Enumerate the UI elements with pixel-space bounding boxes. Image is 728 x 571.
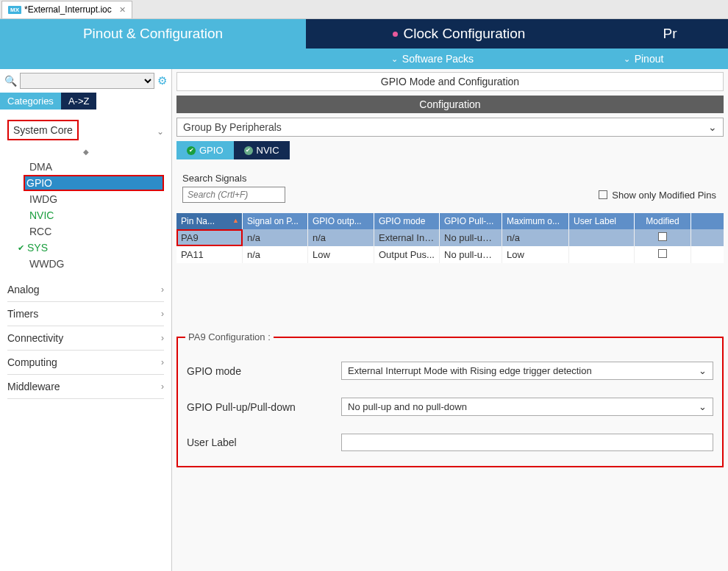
tab-az[interactable]: A->Z xyxy=(61,93,97,109)
sidebar-item-nvic[interactable]: NVIC xyxy=(26,207,164,223)
panel-title: GPIO Mode and Configuration xyxy=(176,72,724,91)
pull-label: GPIO Pull-up/Pull-down xyxy=(187,401,341,413)
checkbox-icon xyxy=(658,232,667,241)
cell-max: n/a xyxy=(502,229,569,246)
select-value: External Interrupt Mode with Rising edge… xyxy=(348,365,592,376)
category-timers[interactable]: Timers › xyxy=(7,302,164,326)
show-modified-checkbox[interactable]: Show only Modified Pins xyxy=(599,190,716,201)
sidebar-item-rcc[interactable]: RCC xyxy=(26,223,164,240)
th-output[interactable]: GPIO outp... xyxy=(308,213,374,229)
cell-pull: No pull-up ... xyxy=(440,229,502,246)
table-header: Pin Na... ▲ Signal on P... GPIO outp... … xyxy=(176,213,724,229)
table-row[interactable]: PA9 n/a n/a External Int... No pull-up .… xyxy=(176,229,724,246)
config-bar: Configuration xyxy=(176,96,724,113)
category-label: Computing xyxy=(7,356,57,368)
gpio-mode-select[interactable]: External Interrupt Mode with Rising edge… xyxy=(341,362,713,380)
cell-max: Low xyxy=(502,246,569,263)
subnav-label: Software Packs xyxy=(402,53,474,65)
cell-modified[interactable] xyxy=(635,246,691,263)
category-analog[interactable]: Analog › xyxy=(7,278,164,302)
category-label: Timers xyxy=(7,308,38,320)
category-computing[interactable]: Computing › xyxy=(7,351,164,375)
search-signals-input[interactable] xyxy=(182,187,285,203)
check-circle-icon: ✔ xyxy=(187,146,196,155)
category-connectivity[interactable]: Connectivity › xyxy=(7,326,164,351)
checkbox-label: Show only Modified Pins xyxy=(612,190,716,201)
main-panel: GPIO Mode and Configuration Configuratio… xyxy=(172,69,728,571)
sidebar-item-gpio[interactable]: GPIO xyxy=(24,175,164,191)
chevron-down-icon: ⌄ xyxy=(699,401,707,412)
chevron-right-icon: › xyxy=(161,333,164,343)
gpio-mode-label: GPIO mode xyxy=(187,365,341,377)
th-modified[interactable]: Modified xyxy=(635,213,691,229)
tab-pinout-config[interactable]: Pinout & Configuration xyxy=(0,19,306,49)
category-label: Connectivity xyxy=(7,332,63,344)
subtab-label: NVIC xyxy=(257,145,279,156)
chevron-down-icon: ⌄ xyxy=(391,54,398,64)
subtab-nvic[interactable]: ✔ NVIC xyxy=(234,141,290,159)
pa9-config-form: PA9 Configuration : GPIO mode External I… xyxy=(176,337,724,467)
category-label: Analog xyxy=(7,284,40,295)
check-icon: ✔ xyxy=(18,243,24,253)
cell-output: Low xyxy=(308,246,374,263)
cell-signal: n/a xyxy=(243,246,308,263)
tab-label: Pinout & Configuration xyxy=(83,26,223,42)
subnav-pinout[interactable]: ⌄ Pinout xyxy=(559,53,728,65)
sidebar-search-select[interactable] xyxy=(20,73,154,89)
chevron-down-icon[interactable]: ⌄ xyxy=(157,126,164,137)
category-system-core[interactable]: System Core xyxy=(7,120,79,140)
group-by-select[interactable]: Group By Peripherals ⌄ xyxy=(176,118,724,137)
select-value: No pull-up and no pull-down xyxy=(348,401,467,412)
subnav-label: Pinout xyxy=(635,53,664,65)
cell-output: n/a xyxy=(308,229,374,246)
table-row[interactable]: PA11 n/a Low Output Pus... No pull-up ..… xyxy=(176,246,724,263)
dot-icon xyxy=(393,32,398,37)
search-icon[interactable]: 🔍 xyxy=(4,75,17,87)
cell-pull: No pull-up ... xyxy=(440,246,502,263)
tab-clock-config[interactable]: Clock Configuration xyxy=(306,19,612,49)
select-value: Group By Peripherals xyxy=(183,121,282,133)
th-mode[interactable]: GPIO mode xyxy=(374,213,440,229)
tab-label: Pr xyxy=(663,26,677,42)
sidebar-item-sys[interactable]: ✔ SYS xyxy=(26,240,164,256)
cell-mode: External Int... xyxy=(374,229,440,246)
cell-mode: Output Pus... xyxy=(374,246,440,263)
cell-signal: n/a xyxy=(243,229,308,246)
check-circle-icon: ✔ xyxy=(244,146,253,155)
chevron-right-icon: › xyxy=(161,284,164,295)
up-arrow-icon[interactable]: ◆ xyxy=(7,146,164,157)
pin-table: Pin Na... ▲ Signal on P... GPIO outp... … xyxy=(176,213,724,263)
sidebar-item-label: SYS xyxy=(27,242,48,254)
tab-project[interactable]: Pr xyxy=(612,19,728,49)
file-tab[interactable]: MX *External_Interrupt.ioc ✕ xyxy=(1,1,132,18)
sort-asc-icon: ▲ xyxy=(232,217,239,224)
gear-icon[interactable]: ⚙ xyxy=(157,74,167,87)
mx-icon: MX xyxy=(8,6,21,14)
search-signals-label: Search Signals xyxy=(182,173,724,184)
cell-pin: PA11 xyxy=(176,246,243,263)
cell-modified[interactable] xyxy=(635,229,691,246)
sidebar-item-iwdg[interactable]: IWDG xyxy=(26,191,164,207)
th-max[interactable]: Maximum o... xyxy=(502,213,569,229)
th-label[interactable]: User Label xyxy=(569,213,635,229)
chevron-right-icon: › xyxy=(161,309,164,319)
cell-pin: PA9 xyxy=(176,229,243,246)
subtab-label: GPIO xyxy=(199,145,224,156)
checkbox-icon xyxy=(599,190,607,199)
pull-select[interactable]: No pull-up and no pull-down ⌄ xyxy=(341,398,713,416)
th-pull[interactable]: GPIO Pull-... xyxy=(440,213,502,229)
th-signal[interactable]: Signal on P... xyxy=(243,213,308,229)
sidebar-item-wwdg[interactable]: WWDG xyxy=(26,256,164,272)
main-nav: Pinout & Configuration Clock Configurati… xyxy=(0,19,728,49)
category-middleware[interactable]: Middleware › xyxy=(7,375,164,399)
close-icon[interactable]: ✕ xyxy=(119,5,126,15)
file-tab-bar: MX *External_Interrupt.ioc ✕ xyxy=(0,0,728,19)
th-pin-name[interactable]: Pin Na... ▲ xyxy=(176,213,243,229)
subnav-software-packs[interactable]: ⌄ Software Packs xyxy=(306,53,559,65)
user-label-input[interactable] xyxy=(341,434,713,451)
sidebar-item-dma[interactable]: DMA xyxy=(26,159,164,175)
chevron-down-icon: ⌄ xyxy=(624,54,630,64)
checkbox-icon xyxy=(658,249,667,258)
subtab-gpio[interactable]: ✔ GPIO xyxy=(176,141,234,159)
tab-categories[interactable]: Categories xyxy=(0,93,61,109)
